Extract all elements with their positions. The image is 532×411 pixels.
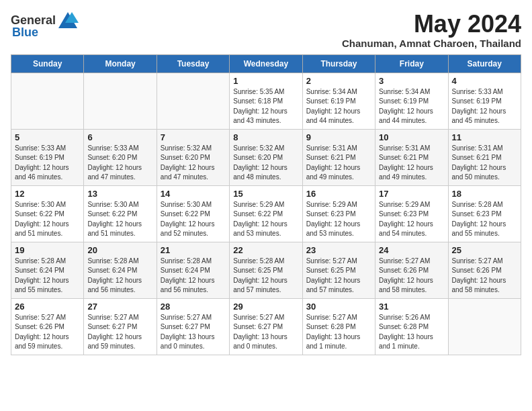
day-number: 18 (452, 189, 517, 199)
day-info: Sunrise: 5:28 AM Sunset: 6:24 PM Dayligh… (15, 257, 80, 295)
day-info: Sunrise: 5:33 AM Sunset: 6:19 PM Dayligh… (15, 144, 80, 183)
calendar-cell: 14Sunrise: 5:30 AM Sunset: 6:22 PM Dayli… (157, 185, 229, 242)
day-number: 16 (306, 189, 371, 199)
week-row-5: 26Sunrise: 5:27 AM Sunset: 6:26 PM Dayli… (11, 298, 521, 355)
calendar-cell: 4Sunrise: 5:33 AM Sunset: 6:19 PM Daylig… (448, 73, 521, 129)
calendar-cell: 8Sunrise: 5:32 AM Sunset: 6:20 PM Daylig… (230, 129, 302, 185)
calendar-cell (84, 73, 157, 129)
calendar-cell: 22Sunrise: 5:28 AM Sunset: 6:25 PM Dayli… (230, 242, 302, 298)
calendar-cell: 28Sunrise: 5:27 AM Sunset: 6:27 PM Dayli… (157, 298, 229, 355)
calendar-cell: 15Sunrise: 5:29 AM Sunset: 6:22 PM Dayli… (230, 185, 302, 242)
day-number: 19 (15, 245, 80, 255)
calendar-cell: 12Sunrise: 5:30 AM Sunset: 6:22 PM Dayli… (11, 185, 84, 242)
calendar-cell: 23Sunrise: 5:27 AM Sunset: 6:25 PM Dayli… (302, 242, 375, 298)
calendar-cell: 1Sunrise: 5:35 AM Sunset: 6:18 PM Daylig… (230, 73, 302, 129)
day-info: Sunrise: 5:27 AM Sunset: 6:26 PM Dayligh… (15, 313, 80, 352)
week-row-3: 12Sunrise: 5:30 AM Sunset: 6:22 PM Dayli… (11, 185, 521, 242)
day-number: 10 (379, 132, 444, 142)
day-info: Sunrise: 5:28 AM Sunset: 6:25 PM Dayligh… (233, 257, 298, 295)
week-row-4: 19Sunrise: 5:28 AM Sunset: 6:24 PM Dayli… (11, 242, 521, 298)
calendar-cell (11, 73, 84, 129)
calendar-cell: 17Sunrise: 5:29 AM Sunset: 6:23 PM Dayli… (375, 185, 448, 242)
calendar-cell: 9Sunrise: 5:31 AM Sunset: 6:21 PM Daylig… (302, 129, 375, 185)
title-block: May 2024 Chanuman, Amnat Charoen, Thaila… (342, 11, 521, 49)
day-number: 22 (233, 245, 298, 255)
day-info: Sunrise: 5:32 AM Sunset: 6:20 PM Dayligh… (233, 144, 298, 183)
day-header-friday: Friday (375, 54, 448, 73)
day-info: Sunrise: 5:28 AM Sunset: 6:24 PM Dayligh… (161, 257, 226, 295)
day-info: Sunrise: 5:31 AM Sunset: 6:21 PM Dayligh… (379, 144, 444, 183)
calendar-cell: 29Sunrise: 5:27 AM Sunset: 6:27 PM Dayli… (230, 298, 302, 355)
day-info: Sunrise: 5:30 AM Sunset: 6:22 PM Dayligh… (161, 200, 226, 239)
day-number: 23 (306, 245, 371, 255)
day-info: Sunrise: 5:29 AM Sunset: 6:23 PM Dayligh… (306, 200, 371, 239)
day-number: 21 (161, 245, 226, 255)
day-header-thursday: Thursday (302, 54, 375, 73)
day-number: 4 (452, 76, 517, 86)
week-row-1: 1Sunrise: 5:35 AM Sunset: 6:18 PM Daylig… (11, 73, 521, 129)
calendar-cell: 19Sunrise: 5:28 AM Sunset: 6:24 PM Dayli… (11, 242, 84, 298)
calendar-cell (157, 73, 229, 129)
day-number: 25 (452, 245, 517, 255)
week-row-2: 5Sunrise: 5:33 AM Sunset: 6:19 PM Daylig… (11, 129, 521, 185)
day-info: Sunrise: 5:30 AM Sunset: 6:22 PM Dayligh… (15, 200, 80, 239)
day-info: Sunrise: 5:29 AM Sunset: 6:23 PM Dayligh… (379, 200, 444, 239)
calendar-cell: 10Sunrise: 5:31 AM Sunset: 6:21 PM Dayli… (375, 129, 448, 185)
logo-icon (57, 11, 79, 30)
day-header-saturday: Saturday (448, 54, 521, 73)
day-number: 12 (15, 189, 80, 199)
day-number: 5 (15, 132, 80, 142)
day-info: Sunrise: 5:30 AM Sunset: 6:22 PM Dayligh… (87, 200, 152, 239)
day-info: Sunrise: 5:28 AM Sunset: 6:23 PM Dayligh… (452, 200, 517, 239)
day-info: Sunrise: 5:29 AM Sunset: 6:22 PM Dayligh… (233, 200, 298, 239)
calendar-cell: 20Sunrise: 5:28 AM Sunset: 6:24 PM Dayli… (84, 242, 157, 298)
calendar-cell: 26Sunrise: 5:27 AM Sunset: 6:26 PM Dayli… (11, 298, 84, 355)
day-number: 2 (306, 76, 371, 86)
day-info: Sunrise: 5:27 AM Sunset: 6:27 PM Dayligh… (161, 313, 226, 352)
calendar-cell: 27Sunrise: 5:27 AM Sunset: 6:27 PM Dayli… (84, 298, 157, 355)
calendar-cell: 18Sunrise: 5:28 AM Sunset: 6:23 PM Dayli… (448, 185, 521, 242)
calendar-cell: 7Sunrise: 5:32 AM Sunset: 6:20 PM Daylig… (157, 129, 229, 185)
month-year: May 2024 (342, 11, 521, 38)
day-number: 27 (87, 302, 152, 312)
day-info: Sunrise: 5:33 AM Sunset: 6:19 PM Dayligh… (452, 87, 517, 126)
day-number: 7 (161, 132, 226, 142)
calendar-cell: 11Sunrise: 5:31 AM Sunset: 6:21 PM Dayli… (448, 129, 521, 185)
day-number: 8 (233, 132, 298, 142)
day-info: Sunrise: 5:34 AM Sunset: 6:19 PM Dayligh… (379, 87, 444, 126)
day-number: 9 (306, 132, 371, 142)
day-info: Sunrise: 5:32 AM Sunset: 6:20 PM Dayligh… (161, 144, 226, 183)
calendar-cell (448, 298, 521, 355)
day-number: 15 (233, 189, 298, 199)
day-info: Sunrise: 5:26 AM Sunset: 6:28 PM Dayligh… (379, 313, 444, 352)
calendar-body: 1Sunrise: 5:35 AM Sunset: 6:18 PM Daylig… (11, 73, 521, 355)
day-number: 6 (87, 132, 152, 142)
calendar-header-row: SundayMondayTuesdayWednesdayThursdayFrid… (11, 54, 521, 73)
day-number: 24 (379, 245, 444, 255)
day-info: Sunrise: 5:27 AM Sunset: 6:27 PM Dayligh… (233, 313, 298, 352)
calendar-cell: 25Sunrise: 5:27 AM Sunset: 6:26 PM Dayli… (448, 242, 521, 298)
day-header-tuesday: Tuesday (157, 54, 229, 73)
day-info: Sunrise: 5:27 AM Sunset: 6:27 PM Dayligh… (87, 313, 152, 352)
day-info: Sunrise: 5:31 AM Sunset: 6:21 PM Dayligh… (306, 144, 371, 183)
day-info: Sunrise: 5:27 AM Sunset: 6:26 PM Dayligh… (452, 257, 517, 295)
logo-blue: Blue (12, 26, 38, 40)
calendar-cell: 30Sunrise: 5:27 AM Sunset: 6:28 PM Dayli… (302, 298, 375, 355)
logo: General Blue (11, 11, 79, 40)
day-header-wednesday: Wednesday (230, 54, 302, 73)
location: Chanuman, Amnat Charoen, Thailand (342, 38, 521, 49)
day-number: 30 (306, 302, 371, 312)
day-number: 14 (161, 189, 226, 199)
calendar-cell: 13Sunrise: 5:30 AM Sunset: 6:22 PM Dayli… (84, 185, 157, 242)
day-number: 26 (15, 302, 80, 312)
day-number: 20 (87, 245, 152, 255)
calendar-cell: 5Sunrise: 5:33 AM Sunset: 6:19 PM Daylig… (11, 129, 84, 185)
page-header: General Blue May 2024 Chanuman, Amnat Ch… (11, 11, 521, 49)
day-number: 31 (379, 302, 444, 312)
day-info: Sunrise: 5:31 AM Sunset: 6:21 PM Dayligh… (452, 144, 517, 183)
day-header-sunday: Sunday (11, 54, 84, 73)
day-number: 13 (87, 189, 152, 199)
day-info: Sunrise: 5:28 AM Sunset: 6:24 PM Dayligh… (87, 257, 152, 295)
calendar-cell: 16Sunrise: 5:29 AM Sunset: 6:23 PM Dayli… (302, 185, 375, 242)
day-info: Sunrise: 5:27 AM Sunset: 6:25 PM Dayligh… (306, 257, 371, 295)
